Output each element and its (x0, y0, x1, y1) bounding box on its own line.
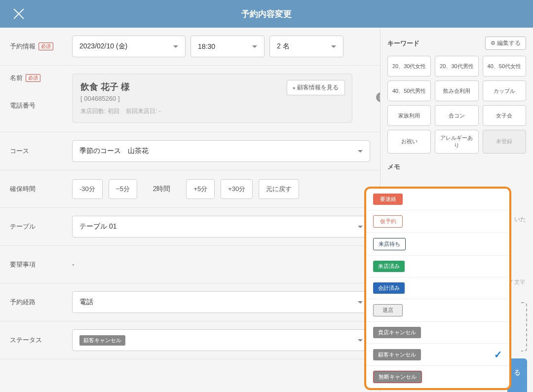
row-channel: 予約経路 電話 (0, 283, 380, 321)
chevron-down-icon (358, 301, 363, 304)
required-badge: 必須 (26, 74, 40, 82)
keyword-chip[interactable]: 40、50代女性 (483, 56, 526, 77)
status-dropdown-popup: 要連絡仮予約来店待ち来店済み会計済み退店貴店キャンセル顧客キャンセル✓無断キャン… (364, 187, 511, 390)
row-course: コース 季節のコース 山茶花 (0, 132, 380, 170)
label-phone: 電話番号 (10, 101, 36, 110)
keyword-chip[interactable]: 合コン (435, 105, 478, 126)
edit-keywords-button[interactable]: 編集する (485, 37, 526, 50)
duration-minus-5-button[interactable]: −5分 (109, 179, 137, 199)
status-badge: 貴店キャンセル (373, 327, 421, 338)
keyword-chip[interactable]: 家族利用 (387, 105, 431, 126)
memo-title: メモ (387, 162, 526, 171)
customer-card: 飲食 花子 様 [ 004685260 ] 来店回数: 初回 前回来店日: - … (72, 74, 352, 123)
row-reservation-info: 予約情報 必須 2023/02/10 (金) 18:30 2 名 (0, 28, 380, 66)
main-column: 予約情報 必須 2023/02/10 (金) 18:30 2 名 名前 (0, 28, 380, 392)
keyword-chip[interactable]: カップル (483, 80, 526, 101)
status-badge: 来店済み (373, 261, 405, 272)
view-customer-button[interactable]: 顧客情報を見る (287, 80, 345, 95)
duration-plus-5-button[interactable]: +5分 (186, 179, 215, 199)
status-badge: 退店 (373, 304, 403, 316)
status-option[interactable]: 仮予約 (366, 210, 509, 233)
status-option[interactable]: 会計済み (366, 277, 509, 299)
chevron-down-icon (358, 150, 363, 153)
duration-reset-button[interactable]: 元に戻す (259, 179, 299, 199)
duration-current: 2時間 (143, 185, 181, 194)
status-badge: 要連絡 (373, 194, 403, 205)
requests-value: - (72, 261, 75, 269)
keyword-chip[interactable]: お祝い (387, 130, 431, 154)
row-requests: 要望事項 - (0, 246, 380, 283)
customer-id: [ 004685260 ] (80, 95, 344, 102)
keyword-grid: 20、30代女性20、30代男性40、50代女性40、50代男性飲み会利用カップ… (387, 56, 526, 154)
close-icon[interactable] (12, 7, 26, 21)
keyword-chip[interactable]: 飲み会利用 (435, 80, 478, 101)
keyword-chip[interactable]: 40、50代男性 (387, 80, 431, 101)
keyword-chip[interactable]: 未登録 (483, 130, 526, 154)
label-name: 名前 (10, 74, 23, 82)
course-select[interactable]: 季節のコース 山茶花 (72, 140, 370, 162)
required-badge: 必須 (38, 42, 53, 50)
channel-select[interactable]: 電話 (72, 291, 370, 313)
chevron-down-icon (358, 339, 363, 342)
label-course: コース (10, 147, 29, 156)
chevron-down-icon (331, 45, 336, 48)
dashed-box-edge (521, 302, 527, 352)
label-duration: 確保時間 (10, 185, 36, 194)
clear-customer-icon[interactable]: ✕ (376, 92, 380, 102)
party-select[interactable]: 2 名 (269, 36, 343, 57)
check-icon: ✓ (494, 349, 502, 360)
chevron-down-icon (173, 45, 178, 48)
duration-plus-30-button[interactable]: +30分 (221, 179, 253, 199)
status-option[interactable]: 来店待ち (366, 233, 509, 256)
chevron-down-icon (358, 226, 363, 228)
table-select[interactable]: テーブル 01 (72, 216, 370, 237)
chevron-down-icon (252, 45, 257, 48)
modal-title: 予約内容変更 (241, 8, 292, 20)
status-option[interactable]: 貴店キャンセル (366, 322, 509, 344)
status-badge: 顧客キャンセル (373, 349, 421, 360)
date-select[interactable]: 2023/02/10 (金) (72, 36, 186, 57)
status-badge: 来店待ち (373, 238, 406, 250)
keyword-chip[interactable]: 20、30代男性 (435, 56, 478, 77)
label-channel: 予約経路 (10, 298, 36, 307)
status-pill: 顧客キャンセル (79, 335, 125, 346)
row-table: テーブル テーブル 01 (0, 208, 380, 246)
row-status: ステータス 顧客キャンセル (0, 321, 380, 359)
duration-minus-30-button[interactable]: -30分 (72, 179, 103, 199)
label-reservation-info: 予約情報 必須 (10, 42, 72, 51)
label-requests: 要望事項 (10, 260, 36, 269)
status-option[interactable]: 要連絡 (366, 189, 509, 210)
label-status: ステータス (10, 336, 42, 345)
status-select[interactable]: 顧客キャンセル (72, 329, 370, 351)
customer-meta: 来店回数: 初回 前回来店日: - (80, 107, 344, 116)
keyword-chip[interactable]: 20、30代女性 (387, 56, 431, 77)
time-select[interactable]: 18:30 (190, 36, 265, 57)
status-option[interactable]: 顧客キャンセル✓ (366, 344, 509, 366)
status-option[interactable]: 退店 (366, 299, 509, 322)
row-customer: 名前 必須 電話番号 飲食 花子 様 [ 004685260 ] 来店回数: 初… (0, 66, 380, 132)
keyword-chip[interactable]: アレルギーあり (435, 130, 478, 154)
status-option[interactable]: 来店済み (366, 256, 509, 277)
keyword-chip[interactable]: 女子会 (483, 105, 526, 126)
status-option[interactable]: 無断キャンセル (366, 366, 509, 388)
status-badge: 仮予約 (373, 215, 403, 228)
label-table: テーブル (10, 222, 36, 231)
memo-text-fragment: いた (514, 215, 526, 224)
keywords-title: キーワード (387, 39, 419, 48)
status-badge: 会計済み (373, 282, 405, 294)
char-counter: 7 文字 (510, 278, 525, 286)
row-duration: 確保時間 -30分 −5分 2時間 +5分 +30分 元に戻す (0, 170, 380, 208)
status-badge: 無断キャンセル (373, 371, 422, 383)
modal-header: 予約内容変更 (0, 0, 533, 28)
